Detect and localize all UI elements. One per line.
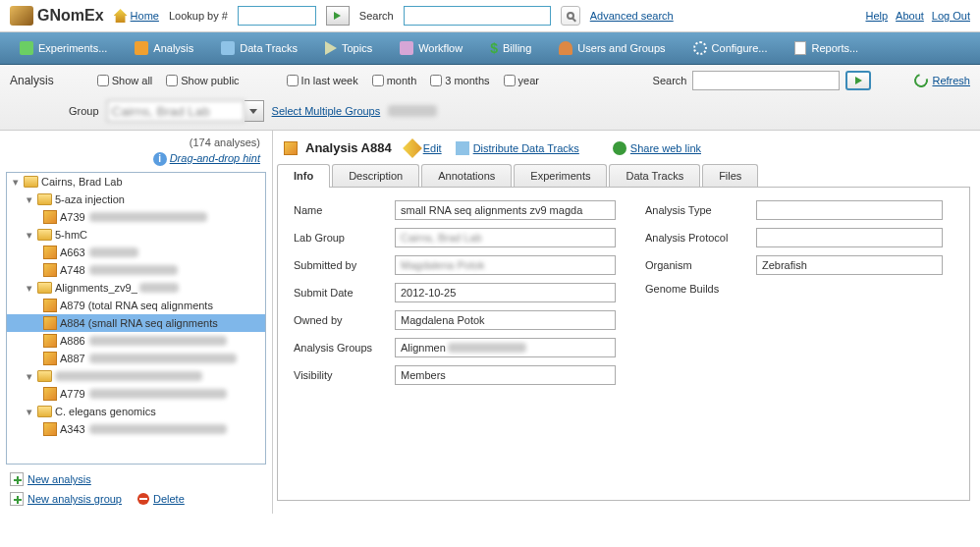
new-analysis-action[interactable]: New analysis	[10, 472, 262, 486]
group-combo-input[interactable]	[107, 100, 245, 122]
nav-analysis[interactable]: Analysis	[121, 32, 207, 64]
tree-folder[interactable]: ▾	[7, 367, 265, 385]
lookup-go-button[interactable]	[326, 6, 350, 26]
folder-icon	[24, 176, 38, 188]
tree-item[interactable]: A748	[7, 261, 265, 279]
tree-item[interactable]: A343	[7, 420, 265, 438]
toggle-icon[interactable]: ▾	[11, 176, 21, 189]
analysis-item-icon	[43, 352, 57, 365]
top-search-button[interactable]	[561, 6, 580, 26]
report-icon	[794, 41, 806, 55]
filter-search-label: Search	[653, 75, 687, 86]
delete-action[interactable]: Delete	[137, 493, 185, 505]
select-multiple-groups-link[interactable]: Select Multiple Groups	[272, 105, 381, 117]
month-checkbox[interactable]: month	[372, 75, 417, 86]
show-public-checkbox[interactable]: Show public	[166, 75, 239, 86]
tab-files[interactable]: Files	[702, 164, 758, 187]
home-icon	[114, 9, 128, 23]
visibility-label: Visibility	[294, 369, 387, 381]
year-checkbox[interactable]: year	[504, 75, 539, 86]
tree-folder[interactable]: ▾5-aza injection	[7, 191, 265, 208]
nav-users[interactable]: Users and Groups	[545, 32, 679, 64]
distribute-link[interactable]: Distribute Data Tracks	[456, 141, 579, 155]
plus-icon	[10, 472, 24, 486]
analysis-item-icon	[43, 387, 57, 401]
submittedby-label: Submitted by	[294, 259, 387, 271]
analysis-tree[interactable]: ▾Cairns, Brad Lab ▾5-aza injection A739 …	[6, 172, 266, 465]
nav-workflow[interactable]: Workflow	[386, 32, 476, 64]
left-pane: (174 analyses) iDrag-and-drop hint ▾Cair…	[0, 131, 273, 514]
tree-item[interactable]: A886	[7, 332, 265, 350]
new-analysis-group-action[interactable]: New analysis group	[10, 492, 122, 506]
nav-reports[interactable]: Reports...	[781, 32, 872, 64]
labgroup-field[interactable]: Cairns, Brad Lab	[395, 228, 616, 247]
arrow-right-icon	[334, 12, 341, 20]
about-link[interactable]: About	[896, 10, 924, 22]
right-pane: Analysis A884 Edit Distribute Data Track…	[273, 131, 980, 514]
filter-bar: Analysis Show all Show public In last we…	[0, 65, 980, 131]
tree-item[interactable]: A663	[7, 244, 265, 261]
last-week-checkbox[interactable]: In last week	[287, 75, 358, 86]
home-link[interactable]: Home	[114, 9, 159, 23]
flask-icon	[20, 41, 33, 55]
organism-label: Organism	[645, 259, 748, 271]
three-months-checkbox[interactable]: 3 months	[430, 75, 489, 86]
tab-info[interactable]: Info	[277, 164, 330, 187]
toggle-icon[interactable]: ▾	[25, 282, 34, 295]
share-link[interactable]: Share web link	[613, 141, 701, 155]
protocol-field[interactable]	[756, 228, 943, 247]
nav-experiments[interactable]: Experiments...	[6, 32, 121, 64]
filter-search-go[interactable]	[845, 71, 871, 90]
detail-title: Analysis A884	[281, 140, 392, 155]
analysis-item-icon	[43, 210, 57, 224]
tab-datatracks[interactable]: Data Tracks	[609, 164, 700, 187]
visibility-field[interactable]: Members	[395, 365, 616, 385]
nav-topics[interactable]: Topics	[311, 32, 386, 64]
folder-icon	[37, 406, 52, 417]
tree-root[interactable]: ▾Cairns, Brad Lab	[7, 173, 265, 191]
tab-description[interactable]: Description	[332, 164, 419, 187]
logout-link[interactable]: Log Out	[932, 10, 970, 22]
submitdate-field[interactable]: 2012-10-25	[395, 283, 616, 302]
tree-folder[interactable]: ▾5-hmC	[7, 226, 265, 244]
tree-item-selected[interactable]: A884 (small RNA seq alignments	[7, 314, 265, 332]
search-label: Search	[359, 10, 394, 22]
tab-experiments[interactable]: Experiments	[514, 164, 607, 187]
lookup-input[interactable]	[238, 6, 316, 26]
dnd-hint-link[interactable]: Drag-and-drop hint	[170, 152, 260, 164]
folder-icon	[37, 282, 52, 294]
toggle-icon[interactable]: ▾	[25, 370, 34, 383]
toggle-icon[interactable]: ▾	[25, 229, 34, 242]
type-field[interactable]	[756, 200, 943, 220]
tree-item[interactable]: A879 (total RNA seq alignments	[7, 297, 265, 314]
groups-field[interactable]: Alignmen	[395, 338, 616, 357]
analysis-item-icon	[43, 299, 57, 312]
tab-annotations[interactable]: Annotations	[421, 164, 512, 187]
show-all-checkbox[interactable]: Show all	[97, 75, 153, 86]
analysis-item-icon	[43, 334, 57, 348]
toggle-icon[interactable]: ▾	[25, 406, 34, 418]
tree-folder[interactable]: ▾C. elegans genomics	[7, 403, 265, 420]
nav-datatracks[interactable]: Data Tracks	[207, 32, 311, 64]
edit-link[interactable]: Edit	[406, 141, 442, 155]
nav-configure[interactable]: Configure...	[680, 32, 782, 64]
top-search-input[interactable]	[404, 6, 551, 26]
tree-item[interactable]: A887	[7, 350, 265, 367]
advanced-search-link[interactable]: Advanced search	[590, 10, 674, 22]
refresh-link[interactable]: Refresh	[914, 74, 970, 87]
group-combo-button[interactable]	[245, 100, 264, 122]
filter-search-input[interactable]	[692, 71, 840, 90]
toggle-icon[interactable]: ▾	[25, 193, 34, 206]
body-split: (174 analyses) iDrag-and-drop hint ▾Cair…	[0, 131, 980, 514]
plus-icon	[10, 492, 24, 506]
group-combo[interactable]	[107, 100, 264, 122]
submittedby-field[interactable]: Magdalena Potok	[395, 255, 616, 275]
tree-folder[interactable]: ▾Alignments_zv9_	[7, 279, 265, 297]
nav-billing[interactable]: $Billing	[476, 32, 545, 64]
tree-item[interactable]: A779	[7, 385, 265, 403]
organism-field[interactable]: Zebrafish	[756, 255, 943, 275]
name-field[interactable]: small RNA seq alignments zv9 magda	[395, 200, 616, 220]
help-link[interactable]: Help	[865, 10, 888, 22]
ownedby-field[interactable]: Magdalena Potok	[395, 310, 616, 330]
tree-item[interactable]: A739	[7, 208, 265, 226]
